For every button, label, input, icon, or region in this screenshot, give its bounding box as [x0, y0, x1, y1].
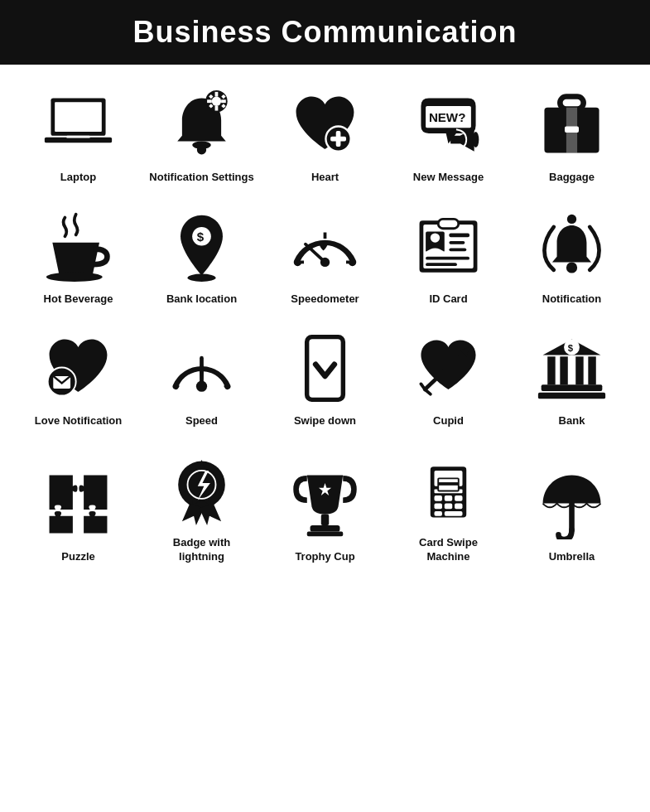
icon-cell-id-card: ID Card	[387, 195, 510, 317]
puzzle-icon	[41, 467, 116, 542]
swipe-down-label: Swipe down	[294, 414, 356, 428]
laptop-icon	[41, 88, 116, 162]
svg-rect-43	[449, 234, 469, 238]
svg-rect-46	[426, 257, 469, 260]
icon-cell-heart: Heart	[263, 73, 387, 195]
svg-point-49	[567, 215, 576, 224]
icon-cell-umbrella: Umbrella	[510, 438, 633, 574]
svg-rect-55	[310, 340, 341, 398]
id-card-label: ID Card	[429, 292, 467, 307]
page-title: Business Communication	[17, 15, 633, 50]
icon-cell-new-message: NEW? New Message	[387, 73, 510, 195]
svg-rect-65	[538, 393, 605, 399]
bank-icon: $	[535, 331, 609, 406]
baggage-icon	[535, 88, 609, 162]
hot-beverage-label: Hot Beverage	[44, 292, 113, 307]
svg-rect-81	[445, 495, 452, 501]
svg-rect-47	[426, 263, 457, 267]
icon-cell-love-notification: Love Notification	[17, 317, 140, 438]
svg-rect-44	[449, 241, 465, 244]
icon-cell-puzzle: Puzzle	[17, 438, 140, 574]
hot-beverage-icon	[41, 210, 116, 284]
icon-cell-swipe-down: Swipe down	[263, 317, 387, 438]
svg-rect-82	[455, 495, 462, 501]
icon-cell-speedometer: Speedometer	[263, 195, 387, 317]
svg-rect-84	[445, 504, 452, 510]
svg-rect-86	[435, 511, 442, 516]
card-swipe-machine-icon	[412, 453, 486, 528]
svg-rect-72	[311, 525, 340, 532]
svg-rect-25	[560, 96, 583, 109]
trophy-cup-label: Trophy Cup	[295, 550, 354, 564]
card-swipe-machine-label: Card SwipeMachine	[419, 536, 478, 564]
svg-point-48	[566, 263, 577, 273]
svg-rect-80	[435, 495, 442, 501]
notification-settings-icon	[165, 88, 239, 162]
icon-cell-speed: Speed	[140, 317, 263, 438]
id-card-icon	[412, 210, 486, 284]
icon-cell-laptop: Laptop	[17, 73, 140, 195]
cupid-icon	[412, 331, 486, 406]
svg-rect-61	[560, 357, 567, 385]
icon-cell-baggage: Baggage	[510, 73, 633, 195]
badge-with-lightning-icon	[165, 453, 239, 528]
svg-rect-8	[215, 91, 219, 96]
badge-with-lightning-label: Badge withlightning	[173, 536, 230, 564]
svg-rect-28	[565, 126, 579, 133]
speedometer-icon	[288, 210, 363, 284]
notification-settings-label: Notification Settings	[149, 171, 253, 185]
new-message-label: New Message	[413, 171, 484, 185]
svg-point-37	[320, 258, 330, 267]
svg-rect-11	[221, 99, 226, 103]
icon-cell-notification-settings: Notification Settings	[140, 73, 263, 195]
trophy-cup-icon	[288, 467, 363, 542]
notification-icon	[535, 210, 609, 284]
svg-rect-63	[588, 357, 595, 385]
new-message-icon: NEW?	[412, 88, 486, 162]
heart-label: Heart	[311, 171, 339, 185]
swipe-down-icon	[288, 331, 363, 406]
bank-label: Bank	[559, 414, 585, 428]
cupid-label: Cupid	[433, 414, 464, 428]
umbrella-icon	[535, 467, 609, 542]
svg-text:$: $	[197, 230, 205, 244]
svg-rect-2	[45, 137, 112, 143]
laptop-label: Laptop	[60, 171, 96, 185]
svg-rect-62	[575, 357, 583, 385]
icon-cell-hot-beverage: Hot Beverage	[17, 195, 140, 317]
svg-rect-64	[542, 385, 603, 392]
love-notification-icon	[41, 331, 116, 406]
svg-rect-40	[438, 220, 459, 229]
svg-rect-45	[449, 249, 466, 252]
page-header: Business Communication	[0, 0, 650, 65]
svg-rect-19	[330, 136, 346, 141]
svg-point-29	[46, 273, 103, 282]
svg-rect-1	[55, 102, 102, 132]
svg-rect-9	[215, 105, 219, 110]
icon-cell-badge-with-lightning: Badge withlightning	[140, 438, 263, 574]
icon-cell-bank: $ Bank	[510, 317, 633, 438]
svg-rect-87	[445, 511, 463, 516]
baggage-label: Baggage	[549, 171, 595, 185]
icon-cell-bank-location: $ Bank location	[140, 195, 263, 317]
svg-rect-79	[438, 482, 459, 486]
notification-label: Notification	[542, 292, 602, 307]
speedometer-label: Speedometer	[291, 292, 359, 307]
icon-grid: Laptop No	[0, 65, 650, 582]
svg-rect-23	[450, 137, 460, 143]
icon-cell-cupid: Cupid	[387, 317, 510, 438]
svg-rect-10	[207, 99, 212, 103]
umbrella-label: Umbrella	[549, 550, 595, 564]
puzzle-label: Puzzle	[61, 550, 94, 564]
svg-rect-73	[307, 532, 343, 537]
svg-point-5	[197, 145, 206, 154]
bank-location-label: Bank location	[166, 292, 237, 307]
svg-rect-83	[435, 504, 442, 510]
svg-text:$: $	[568, 343, 574, 353]
icon-cell-card-swipe-machine: Card SwipeMachine	[387, 438, 510, 574]
svg-text:NEW?: NEW?	[429, 109, 465, 123]
svg-rect-71	[321, 515, 329, 525]
svg-point-53	[196, 381, 207, 392]
speed-label: Speed	[185, 414, 218, 428]
love-notification-label: Love Notification	[35, 414, 122, 428]
